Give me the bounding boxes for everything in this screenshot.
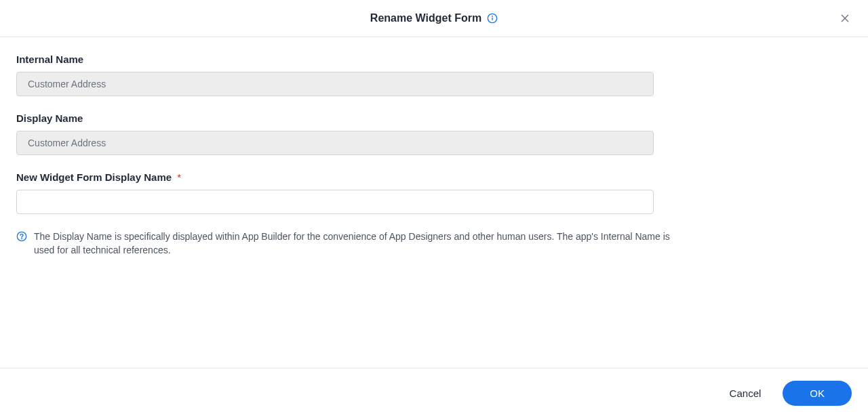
form-group-new-display-name: New Widget Form Display Name * <box>16 171 852 214</box>
form-group-internal-name: Internal Name <box>16 54 852 96</box>
svg-point-2 <box>492 16 493 17</box>
new-display-name-input[interactable] <box>16 190 654 214</box>
help-text: The Display Name is specifically display… <box>34 230 674 257</box>
dialog-header: Rename Widget Form <box>0 0 868 37</box>
info-icon[interactable] <box>487 13 498 24</box>
svg-point-6 <box>22 238 22 239</box>
new-display-name-label: New Widget Form Display Name * <box>16 171 852 183</box>
help-row: The Display Name is specifically display… <box>16 230 674 257</box>
internal-name-label: Internal Name <box>16 54 852 65</box>
display-name-label: Display Name <box>16 112 852 124</box>
new-display-name-label-text: New Widget Form Display Name <box>16 171 172 183</box>
help-icon <box>16 231 27 242</box>
ok-button[interactable]: OK <box>783 381 852 406</box>
dialog-footer: Cancel OK <box>0 368 868 418</box>
internal-name-input <box>16 72 654 96</box>
cancel-button[interactable]: Cancel <box>727 382 764 404</box>
display-name-input <box>16 131 654 155</box>
dialog-title-row: Rename Widget Form <box>370 12 498 24</box>
close-icon[interactable] <box>838 12 852 25</box>
dialog-body: Internal Name Display Name New Widget Fo… <box>0 37 868 273</box>
form-group-display-name: Display Name <box>16 112 852 155</box>
required-asterisk: * <box>177 171 181 183</box>
dialog-title: Rename Widget Form <box>370 12 481 24</box>
